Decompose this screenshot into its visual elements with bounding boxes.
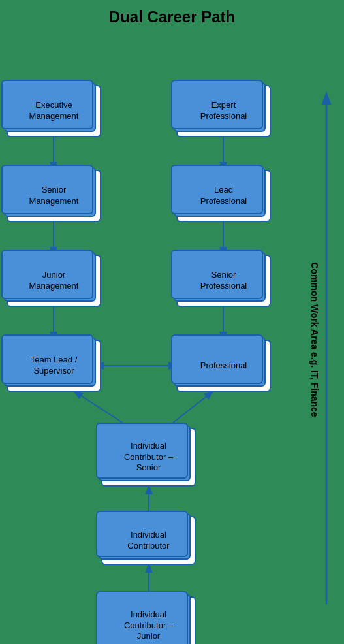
diagram-area: Executive Management Senior Management J… <box>0 36 344 643</box>
card-ic-senior: Individual Contributor – Senior <box>101 428 196 487</box>
card-ic-junior: Individual Contributor – Junior <box>101 596 196 644</box>
card-lead-prof: Lead Professional <box>176 170 271 222</box>
card-junior-mgmt: Junior Management <box>7 255 101 307</box>
card-senior-mgmt: Senior Management <box>7 170 101 222</box>
card-exec-mgmt: Executive Management <box>7 85 101 137</box>
side-label: Common Work Area e.g. IT, Finance <box>309 209 320 470</box>
card-team-lead: Team Lead / Supervisor <box>7 340 101 392</box>
page-title: Dual Career Path <box>0 0 344 31</box>
card-professional: Professional <box>176 340 271 392</box>
card-ic: Individual Contributor <box>101 516 196 565</box>
card-expert-prof: Expert Professional <box>176 85 271 137</box>
card-senior-prof: Senior Professional <box>176 255 271 307</box>
